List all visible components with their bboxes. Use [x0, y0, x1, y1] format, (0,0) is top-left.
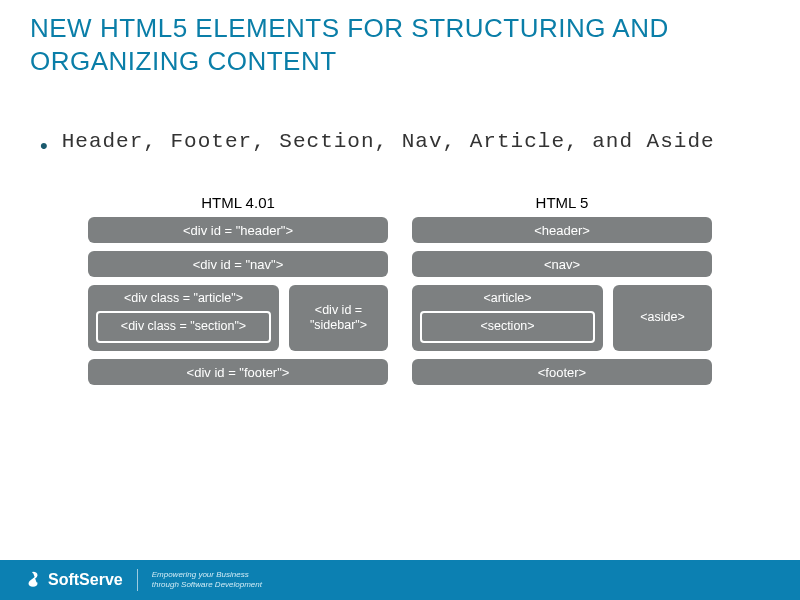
title-line-1: New HTML5 Elements for Structuring and — [30, 13, 669, 43]
footer-tagline: Empowering your Business through Softwar… — [152, 570, 262, 590]
logo-icon — [24, 571, 42, 589]
slide-title: New HTML5 Elements for Structuring and O… — [30, 12, 770, 77]
bullet-dot-icon: • — [40, 133, 48, 159]
tagline-line-2: through Software Development — [152, 580, 262, 590]
bullet-item: • Header, Footer, Section, Nav, Article,… — [40, 127, 770, 159]
html4-nav-box: <div id = "nav"> — [88, 251, 388, 277]
html5-main-row: <article> <section> <aside> — [412, 285, 712, 351]
html5-header-box: <header> — [412, 217, 712, 243]
html4-header-box: <div id = "header"> — [88, 217, 388, 243]
footer-brand-text: SoftServe — [48, 571, 123, 589]
html4-article-label: <div class = "article"> — [96, 291, 271, 305]
tagline-line-1: Empowering your Business — [152, 570, 262, 580]
footer-logo: SoftServe — [24, 571, 123, 589]
html5-article-box: <article> <section> — [412, 285, 603, 351]
slide: New HTML5 Elements for Structuring and O… — [0, 0, 800, 600]
footer-divider — [137, 569, 138, 591]
html4-article-box: <div class = "article"> <div class = "se… — [88, 285, 279, 351]
col-title-html5: HTML 5 — [412, 194, 712, 211]
diagram-col-html4: HTML 4.01 <div id = "header"> <div id = … — [88, 194, 388, 393]
bullet-text: Header, Footer, Section, Nav, Article, a… — [62, 127, 715, 157]
diagram-col-html5: HTML 5 <header> <nav> <article> <section… — [412, 194, 712, 393]
diagram-area: HTML 4.01 <div id = "header"> <div id = … — [30, 194, 770, 393]
bullet-list: • Header, Footer, Section, Nav, Article,… — [30, 127, 770, 159]
col-title-html4: HTML 4.01 — [88, 194, 388, 211]
footer-bar: SoftServe Empowering your Business throu… — [0, 560, 800, 600]
html5-aside-box: <aside> — [613, 285, 712, 351]
html4-main-row: <div class = "article"> <div class = "se… — [88, 285, 388, 351]
title-line-2: Organizing Content — [30, 45, 770, 78]
html4-sidebar-box: <div id = "sidebar"> — [289, 285, 388, 351]
html5-section-box: <section> — [420, 311, 595, 343]
html4-footer-box: <div id = "footer"> — [88, 359, 388, 385]
html5-footer-box: <footer> — [412, 359, 712, 385]
html4-section-box: <div class = "section"> — [96, 311, 271, 343]
html5-nav-box: <nav> — [412, 251, 712, 277]
html5-article-label: <article> — [420, 291, 595, 305]
